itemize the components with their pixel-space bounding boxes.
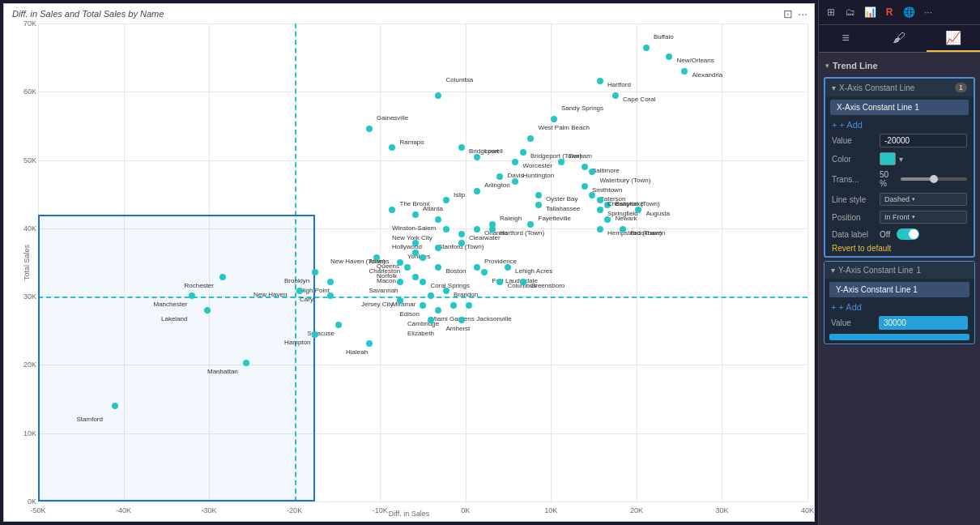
grid-v-30k-pos: [722, 23, 722, 502]
dot-boston: [435, 264, 441, 271]
position-arrow: ▾: [912, 214, 915, 220]
grid-v-20k-pos: [637, 23, 637, 502]
label-new-orleans: New/Orleans: [677, 57, 714, 64]
x-axis-constant-line-name[interactable]: X-Axis Constant Line 1: [830, 100, 969, 115]
tab-paint[interactable]: 🖌: [872, 25, 926, 52]
dot-new-york-city: [443, 226, 450, 233]
label-miami-gardens: Miami Gardens: [431, 315, 475, 322]
label-new-york-city: New York City: [392, 234, 432, 241]
label-ramapo: Ramapo: [400, 139, 424, 146]
label-paterson: Paterson: [600, 195, 626, 203]
trend-line-header[interactable]: ▾ Trend Line: [819, 58, 980, 74]
data-label-toggle[interactable]: [897, 228, 919, 240]
color-row: Color ▾: [825, 150, 974, 168]
y-axis-section-title: Y-Axis Constant Line: [838, 266, 913, 275]
label-newark: Newark: [616, 215, 637, 222]
toolbar-icon-2[interactable]: 🗂: [842, 3, 859, 21]
label-bronx: The Bronx: [400, 200, 430, 207]
label-manchester: Manchester: [154, 301, 188, 308]
x-axis-add-button[interactable]: + + Add: [825, 118, 869, 131]
dot-babylon-town: [604, 202, 611, 208]
toolbar-icon-ellipsis[interactable]: ···: [919, 3, 937, 21]
x-label-30k: 30K: [715, 506, 728, 516]
grid-v-50k: [38, 23, 39, 502]
grid-h-20k: [38, 365, 807, 365]
y-axis-constant-line-name[interactable]: Y-Axis Constant Line 1: [829, 282, 969, 297]
revert-button[interactable]: Revert to default: [825, 242, 897, 256]
dot-new-orleans: [666, 53, 672, 60]
label-stamford: Stamford: [77, 416, 103, 423]
tab-chart[interactable]: 📈: [927, 25, 980, 52]
label-brooklyn: Brooklyn: [284, 277, 309, 284]
dot-clearwater: [458, 240, 465, 246]
toolbar-icon-5[interactable]: 🌐: [900, 3, 918, 21]
toolbar-icon-1[interactable]: ⊞: [822, 3, 840, 21]
label-charleston: Charleston: [369, 267, 401, 275]
dot-jacksonville: [466, 302, 472, 309]
color-swatch[interactable]: [880, 152, 896, 165]
x-axis-section-header[interactable]: ▾ X-Axis Constant Line 1: [825, 79, 974, 96]
grid-h-10k: [38, 433, 807, 434]
dot-hartford-town: [489, 226, 496, 233]
label-durham: Durham: [569, 152, 592, 160]
line-style-label: Line style: [832, 195, 876, 204]
label-cape-coral: Cape Coral: [623, 96, 655, 103]
tab-format[interactable]: ≡: [819, 25, 872, 52]
line-style-dropdown[interactable]: Dashed ▾: [880, 193, 967, 206]
grid-v-0k: [466, 23, 467, 502]
transparency-slider[interactable]: [901, 177, 967, 181]
label-lehigh-acres: Lehigh Acres: [515, 267, 552, 275]
label-clearwater: Clearwater: [469, 234, 501, 241]
position-dropdown[interactable]: In Front ▾: [880, 211, 967, 224]
label-high-point: High Point: [300, 287, 330, 294]
expand-button[interactable]: ⊡: [783, 7, 793, 20]
label-fayetteville: Fayetteville: [539, 215, 571, 222]
label-hialeah: Hialeah: [346, 348, 368, 356]
line-style-arrow: ▾: [912, 196, 915, 203]
dot-buffalo: [643, 45, 650, 51]
chart-canvas: 70K 60K 50K 40K 30K 20K 10K 0K -50K -40K…: [38, 23, 807, 502]
dot-chesapeake: [597, 197, 603, 203]
label-providence: Providence: [484, 258, 517, 265]
y-value-input[interactable]: [879, 316, 968, 330]
dot-manhattan: [243, 360, 249, 366]
toolbar-icon-4[interactable]: R: [880, 3, 898, 21]
dot-athens: [412, 250, 419, 256]
y-axis-section-header[interactable]: ▾ Y-Axis Constant Line 1: [824, 262, 974, 279]
y-axis-add-button[interactable]: + + Add: [824, 301, 868, 314]
dot-paterson: [589, 192, 595, 198]
dot-macon: [412, 274, 419, 280]
label-savannah: Savannah: [369, 287, 398, 294]
x-axis-constant-line-section: ▾ X-Axis Constant Line 1 X-Axis Constant…: [824, 77, 975, 258]
dot-rochester: [219, 274, 226, 280]
dot-queens: [420, 254, 426, 261]
dot-miramar: [428, 292, 434, 299]
dot-columbus: [496, 279, 503, 285]
x-label-40k: 40K: [801, 506, 814, 516]
label-brookhaven: Brookhaven: [631, 229, 666, 237]
label-hartford-town: Hartford (Town): [500, 229, 544, 237]
label-edison: Edison: [400, 310, 420, 318]
label-springfield: Springfield: [607, 210, 638, 217]
value-input[interactable]: [880, 134, 967, 147]
dot-brookhaven: [620, 226, 626, 233]
label-islip: Islip: [454, 191, 465, 198]
trend-line-title: Trend Line: [833, 61, 878, 70]
x-axis-section-title: X-Axis Constant Line: [839, 83, 914, 92]
dot-providence: [474, 264, 480, 271]
grid-v-40k-pos: [807, 23, 808, 502]
dot-brandon: [443, 288, 450, 294]
color-dropdown-arrow[interactable]: ▾: [899, 155, 903, 164]
dot-atlanta: [412, 211, 419, 218]
label-cambridge: Cambridge: [407, 320, 439, 327]
data-label-label: Data label: [832, 230, 876, 239]
y-add-icon: +: [831, 302, 836, 312]
label-manhattan: Manhattan: [207, 368, 238, 375]
dot-ramapo: [389, 144, 395, 151]
more-options-button[interactable]: ···: [798, 7, 807, 20]
panel-content: ▾ Trend Line ▾ X-Axis Constant Line 1 X-…: [819, 53, 980, 525]
label-raleigh: Raleigh: [500, 215, 522, 222]
dot-newark: [604, 216, 611, 223]
toolbar-icon-3[interactable]: 📊: [861, 3, 879, 21]
dot-springfield: [597, 207, 603, 213]
